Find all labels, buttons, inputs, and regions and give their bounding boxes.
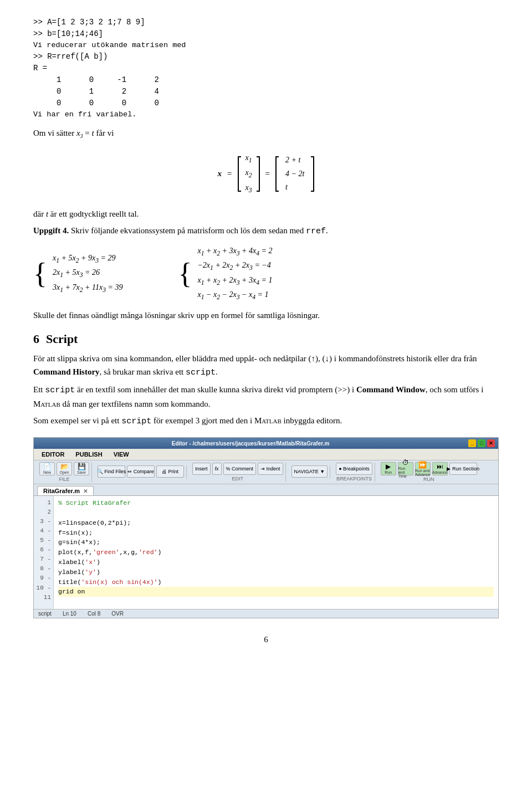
indent-button[interactable]: ⇥ Indent [258, 463, 283, 475]
section6-p2: Ett script är en textfil som innehåller … [33, 383, 499, 411]
run-advance-button[interactable]: ⏩ Run and Advance [415, 462, 431, 475]
open-button[interactable]: 📂 Open [57, 462, 72, 475]
print-button[interactable]: 🖨 Print [156, 465, 184, 478]
save-icon: 💾 [78, 463, 86, 470]
advance-button[interactable]: ⏭ Advance [432, 462, 448, 475]
code-line-1: >> A=[1 2 3;3 2 1;7 8 9] [33, 17, 499, 28]
vector-x: x = x1 x2 x3 = 2 + t 4 − 2t t [218, 150, 315, 198]
section6-p3: Som exempel ser vi på ett script för exe… [33, 414, 499, 428]
matrix-x-row3: x3 [245, 182, 252, 196]
matrix-rhs-row3: t [285, 181, 304, 193]
eq-right-4: x1 − x2 − 2x3 − x4 = 1 [197, 289, 272, 302]
run-button[interactable]: ▶ Run [381, 462, 396, 475]
code-line-5: g=sin(4*x); [58, 537, 494, 547]
paragraph-x3: Om vi sätter x3 = t får vi [33, 126, 499, 141]
line-num-2: 2 [36, 508, 51, 517]
code-line-6: plot(x,f,'green',x,g,'red') [58, 547, 494, 557]
code-line-8: ylabel('y') [58, 567, 494, 577]
system-right: { x1 + x2 + 3x3 + 4x4 = 2 −2x1 + 2x2 + 2… [178, 245, 272, 302]
comment-button[interactable]: % Comment [223, 463, 257, 475]
eq-left-1: x1 + 5x2 + 9x3 = 29 [53, 252, 122, 265]
line-num-8: 8 - [36, 564, 51, 573]
page-number: 6 [33, 635, 499, 644]
status-mode: script [38, 611, 52, 617]
system-left: { x1 + 5x2 + 9x3 = 29 2x1 + 5x3 = 26 3x1… [33, 245, 122, 302]
matrix-x-row2: x2 [245, 167, 252, 181]
new-button[interactable]: 📄 New [39, 462, 55, 475]
tab-close-icon[interactable]: ✕ [83, 488, 88, 494]
window-buttons[interactable]: _ □ ✕ [468, 439, 495, 447]
compare-button[interactable]: ⇔ Compare [127, 465, 155, 478]
line-num-11: 11 [36, 593, 51, 602]
run-label: Run [385, 470, 392, 474]
editor-toolbar: 📄 New 📂 Open 💾 Save FILE 🔍 Find Files ⇔ … [34, 460, 498, 484]
code-line-2: >> b=[10;14;46] [33, 28, 499, 40]
toolbar-group-file: 📄 New 📂 Open 💾 Save FILE [37, 462, 92, 482]
editor-statusbar: script Ln 10 Col 8 OVR [34, 609, 498, 618]
code-line-6: 0 1 2 4 [33, 86, 499, 98]
code-line-9: title('sin(x) och sin(4x)') [58, 577, 494, 587]
toolbar-top-file: 📄 New 📂 Open 💾 Save [39, 462, 89, 475]
minimize-button[interactable]: _ [468, 439, 476, 447]
tab-name: RitaGrafer.m [43, 488, 80, 494]
text-fri-variabel: Vi har en fri variabel. [33, 109, 499, 120]
breakpoints-button[interactable]: ● Breakpoints [336, 463, 372, 475]
run-icon: ▶ [386, 463, 391, 470]
line-num-7: 7 - [36, 555, 51, 564]
new-label: New [43, 470, 51, 474]
editor-screenshot: Editor - /chalmers/users/jacques/kurser/… [33, 437, 499, 618]
line-num-5: 5 - [36, 536, 51, 545]
status-col: Col 8 [88, 611, 100, 617]
eq-right-3: x1 + x2 + 2x3 + 3x4 = 1 [197, 274, 272, 288]
run-section-button[interactable]: ▶ Run Section [449, 463, 477, 475]
run-time-label: Run and Time [398, 467, 413, 478]
section6-p1: För att slippa skriva om sina kommandon,… [33, 352, 499, 380]
code-line-10: grid on [58, 587, 494, 597]
toolbar-group-findprint: 🔍 Find Files ⇔ Compare 🖨 Print [95, 465, 187, 479]
navigate-button[interactable]: NAVIGATE ▼ [291, 465, 328, 478]
run-group-label: RUN [423, 477, 434, 482]
code-line-11 [58, 597, 494, 607]
new-icon: 📄 [43, 463, 52, 470]
paragraph-t: där t är ett godtyckligt reellt tal. [33, 207, 499, 221]
menu-view[interactable]: VIEW [108, 450, 135, 459]
save-label: Save [77, 470, 86, 474]
eq-right-2: −2x1 + 2x2 + 2x3 = −4 [197, 259, 272, 273]
code-editor[interactable]: % Script RitaGrafer x=linspace(0,2*pi); … [54, 496, 498, 609]
toolbar-top-run: ▶ Run ⏱ Run and Time ⏩ Run and Advance ⏭… [381, 462, 477, 475]
editor-title-text: Editor - /chalmers/users/jacques/kurser/… [37, 441, 464, 447]
code-line-4: R = [33, 63, 499, 74]
breakpoints-group-label: BREAKPOINTS [336, 476, 372, 482]
status-ln: Ln 10 [63, 611, 76, 617]
close-button[interactable]: ✕ [487, 439, 495, 447]
status-ovr: OVR [111, 611, 124, 617]
line-num-4: 4 - [36, 526, 51, 536]
menu-publish[interactable]: PUBLISH [70, 450, 108, 459]
insert-button[interactable]: Insert [192, 463, 211, 475]
line-num-9: 9 - [36, 573, 51, 583]
advance-label: Advance [432, 470, 447, 474]
edit-group-label: EDIT [232, 476, 244, 482]
brace-left: { [33, 259, 47, 288]
maximize-button[interactable]: □ [478, 439, 485, 447]
equations-right: x1 + x2 + 3x3 + 4x4 = 2 −2x1 + 2x2 + 2x3… [197, 245, 272, 302]
open-label: Open [59, 470, 69, 474]
find-files-button[interactable]: 🔍 Find Files [98, 465, 125, 478]
code-line-4: f=sin(x); [58, 528, 494, 538]
section6-num: 6 [33, 332, 39, 346]
infinite-solutions-text: Skulle det finnas oändligt många lösning… [33, 309, 499, 322]
editor-content: 1 2 3 - 4 - 5 - 6 - 7 - 8 - 9 - 10 - 11 … [34, 496, 498, 609]
tab-ritagrafer[interactable]: RitaGrafer.m ✕ [37, 486, 94, 495]
fx-button[interactable]: fx [212, 463, 222, 475]
toolbar-group-breakpoints: ● Breakpoints BREAKPOINTS [334, 463, 375, 482]
menu-editor[interactable]: EDITOR [36, 450, 70, 459]
line-num-1: 1 [36, 498, 51, 508]
code-line-7: xlabel('x') [58, 557, 494, 567]
toolbar-group-run: ▶ Run ⏱ Run and Time ⏩ Run and Advance ⏭… [378, 462, 479, 482]
eq-right-1: x1 + x2 + 3x3 + 4x4 = 2 [197, 245, 272, 258]
run-time-icon: ⏱ [402, 459, 409, 466]
run-time-button[interactable]: ⏱ Run and Time [398, 462, 413, 475]
line-numbers: 1 2 3 - 4 - 5 - 6 - 7 - 8 - 9 - 10 - 11 [34, 496, 54, 609]
open-icon: 📂 [60, 463, 69, 470]
save-button[interactable]: 💾 Save [74, 462, 89, 475]
